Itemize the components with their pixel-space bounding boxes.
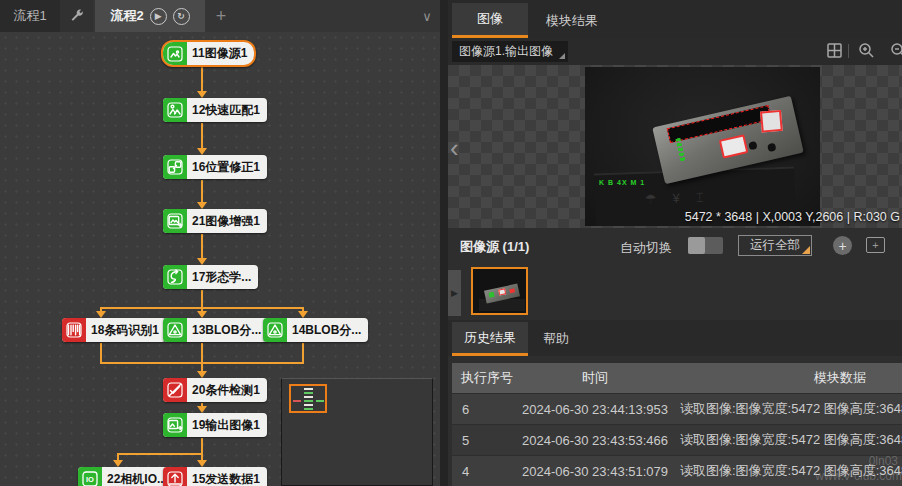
image-source-dropdown[interactable]: 图像源1.输出图像	[452, 41, 568, 62]
cell-exec-seq: 6	[452, 402, 522, 417]
condition-check-icon	[163, 378, 187, 402]
flow-node[interactable]: 20条件检测1	[163, 378, 267, 402]
auto-switch-toggle[interactable]	[688, 237, 723, 254]
history-table-row[interactable]: 62024-06-30 23:44:13:953读取图像:图像宽度:5472 图…	[452, 394, 902, 424]
flow-node[interactable]: 15发送数据1	[163, 467, 267, 486]
barcode-icon	[62, 318, 86, 342]
flow-node[interactable]: 13BLOB分...	[163, 318, 268, 342]
minimap-node	[304, 388, 313, 390]
minimap-node	[316, 400, 324, 402]
image-viewer[interactable]: ☂¥⌶ K B 4X M 1 ‹ 5472 * 3648 | X,0003 Y,…	[448, 65, 902, 228]
flow-node[interactable]: 17形态学...	[163, 265, 258, 289]
chevron-left-icon[interactable]: ‹	[450, 133, 459, 164]
panel-splitter[interactable]	[440, 0, 448, 486]
zoom-in-icon[interactable]	[858, 42, 876, 60]
viewer-toolbar: 图像源1.输出图像	[448, 38, 902, 65]
cell-time: 2024-06-30 23:43:51:079	[522, 464, 668, 479]
camera-io-icon: IO	[78, 467, 102, 486]
history-table: 执行序号 时间 模块数据 62024-06-30 23:44:13:953读取图…	[452, 363, 902, 486]
run-all-button[interactable]: 运行全部	[738, 235, 812, 256]
history-table-row[interactable]: 52024-06-30 23:43:53:466读取图像:图像宽度:5472 图…	[452, 425, 902, 455]
flow-node[interactable]: 21图像增强1	[163, 209, 267, 233]
minimap-node	[304, 396, 313, 398]
run-once-icon[interactable]: ▶	[150, 8, 167, 25]
history-tabbar: 历史结果 帮助	[448, 320, 902, 356]
fit-view-icon[interactable]	[826, 42, 844, 60]
flow-minimap[interactable]	[281, 378, 433, 486]
connector	[201, 180, 203, 202]
cell-exec-seq: 4	[452, 464, 522, 479]
chevron-down-icon[interactable]: ∨	[414, 0, 440, 32]
connector-arrow	[197, 202, 207, 209]
flow-node[interactable]: 18条码识别1	[62, 318, 166, 342]
flow-node-label: 13BLOB分...	[187, 318, 268, 342]
minimap-node	[304, 400, 313, 402]
flow-node-label: 18条码识别1	[86, 318, 166, 342]
zoom-out-icon[interactable]	[890, 42, 902, 60]
connector	[100, 343, 102, 364]
flow-node[interactable]: IO22相机IO...	[78, 467, 174, 486]
fast-match-icon	[163, 98, 187, 122]
image-source-title: 图像源 (1/1)	[460, 238, 529, 256]
flow-node[interactable]: 19输出图像1	[163, 413, 267, 437]
flow-node-label: 11图像源1	[187, 42, 254, 65]
thumbnail-selected[interactable]	[471, 267, 528, 315]
image-source-bar: 图像源 (1/1) 自动切换 运行全部 + +	[448, 228, 902, 264]
minimap-node	[293, 400, 301, 402]
detected-pad	[760, 110, 783, 133]
history-table-row[interactable]: 42024-06-30 23:43:51:079读取图像:图像宽度:5472 图…	[452, 456, 902, 486]
connector	[201, 234, 203, 258]
tab-flow2[interactable]: 流程2 ▶ ↻	[95, 0, 205, 32]
connector	[302, 343, 304, 364]
morphology-icon	[163, 265, 187, 289]
tab-flow1[interactable]: 流程1	[0, 0, 60, 32]
blob-icon	[163, 318, 187, 342]
image-info-readout: 5472 * 3648 | X,0003 Y,2606 | R:030 G	[685, 210, 900, 224]
tab-module-result[interactable]: 模块结果	[530, 3, 614, 38]
result-panel: 图像 模块结果 图像源1.输出图像 ☂¥⌶	[448, 0, 902, 486]
flow-node[interactable]: 12快速匹配1	[163, 98, 267, 122]
flow-node[interactable]: 11图像源1	[161, 40, 256, 67]
toolbar-divider	[848, 44, 849, 58]
pcb-hole	[748, 141, 758, 151]
connector-arrow	[197, 91, 207, 98]
tab-image[interactable]: 图像	[452, 3, 528, 38]
send-data-icon	[163, 467, 187, 486]
flow-tabs-toolbar: 流程1 流程2 ▶ ↻ + ∨	[0, 0, 440, 32]
corner-badge	[802, 246, 810, 254]
header-exec-seq: 执行序号	[452, 369, 522, 387]
header-module-data: 模块数据	[668, 369, 902, 387]
blob-icon	[263, 318, 287, 342]
inspection-photo: ☂¥⌶ K B 4X M 1	[585, 67, 820, 226]
add-image-button[interactable]: +	[833, 236, 852, 255]
minimap-viewport[interactable]	[289, 384, 327, 413]
connector	[201, 343, 203, 364]
tab-help[interactable]: 帮助	[530, 322, 582, 356]
flow-node[interactable]: 14BLOB分...	[263, 318, 368, 342]
flow-canvas[interactable]: 11图像源112快速匹配116位置修正121图像增强117形态学...18条码识…	[0, 32, 440, 486]
flow-node-label: 21图像增强1	[187, 209, 267, 233]
image-enhance-icon	[163, 209, 187, 233]
flow-node-label: 19输出图像1	[187, 413, 267, 437]
cell-time: 2024-06-30 23:44:13:953	[522, 402, 668, 417]
dropdown-caret-icon	[559, 53, 565, 59]
run-all-label: 运行全部	[750, 237, 800, 254]
flow-node[interactable]: 16位置修正1	[163, 155, 267, 179]
thumbnail-expand-button[interactable]: ▶	[448, 270, 461, 316]
minimap-node	[304, 408, 313, 410]
cell-time: 2024-06-30 23:43:53:466	[522, 433, 668, 448]
position-fix-icon	[163, 155, 187, 179]
flow-node-label: 16位置修正1	[187, 155, 267, 179]
settings-wrench-button[interactable]	[60, 0, 93, 32]
add-flow-button[interactable]: +	[208, 0, 234, 32]
add-folder-icon[interactable]: +	[866, 237, 885, 253]
flow-node-label: 14BLOB分...	[287, 318, 368, 342]
run-loop-icon[interactable]: ↻	[173, 8, 190, 25]
tab-history-result[interactable]: 历史结果	[452, 322, 528, 356]
match-marker	[675, 138, 685, 163]
header-time: 时间	[522, 369, 668, 387]
flow-node-label: 20条件检测1	[187, 378, 267, 402]
cell-module-data: 读取图像:图像宽度:5472 图像高度:3648	[668, 431, 902, 449]
connector-arrow	[197, 460, 207, 467]
connector	[201, 438, 203, 454]
